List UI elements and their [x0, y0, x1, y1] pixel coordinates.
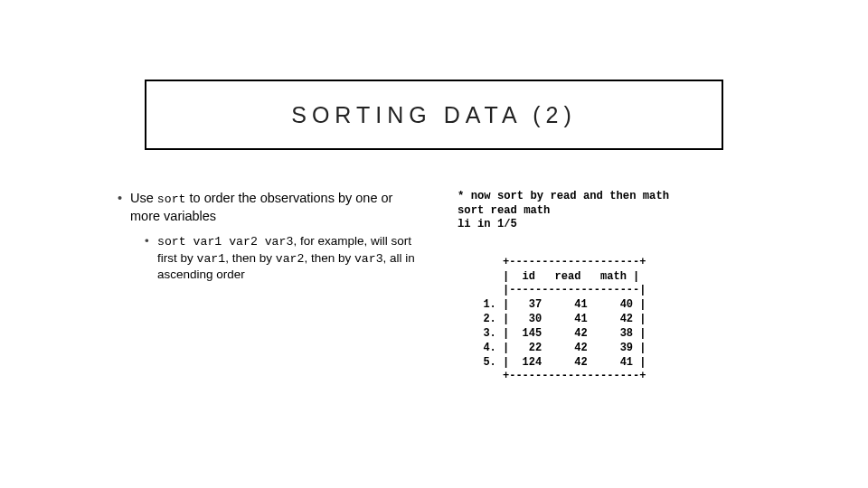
sub-bullet-list: sort var1 var2 var3, for example, will s…: [130, 233, 425, 282]
stata-code: * now sort by read and then math sort re…: [458, 190, 756, 232]
code-line: * now sort by read and then math: [458, 190, 669, 202]
code-column: * now sort by read and then math sort re…: [458, 190, 756, 384]
sub-bullet: sort var1 var2 var3, for example, will s…: [145, 233, 425, 282]
output-header: | id read math |: [470, 270, 639, 283]
output-divider: |--------------------|: [470, 284, 646, 296]
table-row: 4. | 22 42 39 |: [470, 342, 646, 354]
content-area: Use sort to order the observations by on…: [118, 190, 760, 384]
code-span-sort: sort: [157, 192, 186, 206]
table-row: 3. | 145 42 38 |: [470, 327, 646, 340]
title-container: SORTING DATA (2): [145, 80, 723, 150]
code-span-var1: var1: [197, 252, 226, 266]
text-span: , then by: [304, 251, 354, 265]
code-span-var2: var2: [276, 252, 305, 266]
code-span-var3: var3: [354, 252, 383, 266]
table-row: 1. | 37 41 40 |: [470, 298, 646, 311]
page-title: SORTING DATA (2): [291, 102, 576, 128]
stata-output: +--------------------+ | id read math | …: [470, 256, 756, 384]
table-row: 5. | 124 42 41 |: [470, 356, 646, 369]
output-border: +--------------------+: [470, 256, 646, 268]
text-span: Use: [130, 191, 157, 205]
code-line: sort read math: [458, 204, 550, 217]
main-bullet: Use sort to order the observations by on…: [118, 190, 425, 282]
code-line: li in 1/5: [458, 218, 517, 230]
table-row: 2. | 30 41 42 |: [470, 313, 646, 325]
main-bullet-list: Use sort to order the observations by on…: [118, 190, 425, 282]
text-column: Use sort to order the observations by on…: [118, 190, 425, 384]
text-span: , then by: [225, 251, 276, 265]
output-border: +--------------------+: [470, 370, 646, 382]
code-span-sortvars: sort var1 var2 var3: [157, 235, 293, 249]
